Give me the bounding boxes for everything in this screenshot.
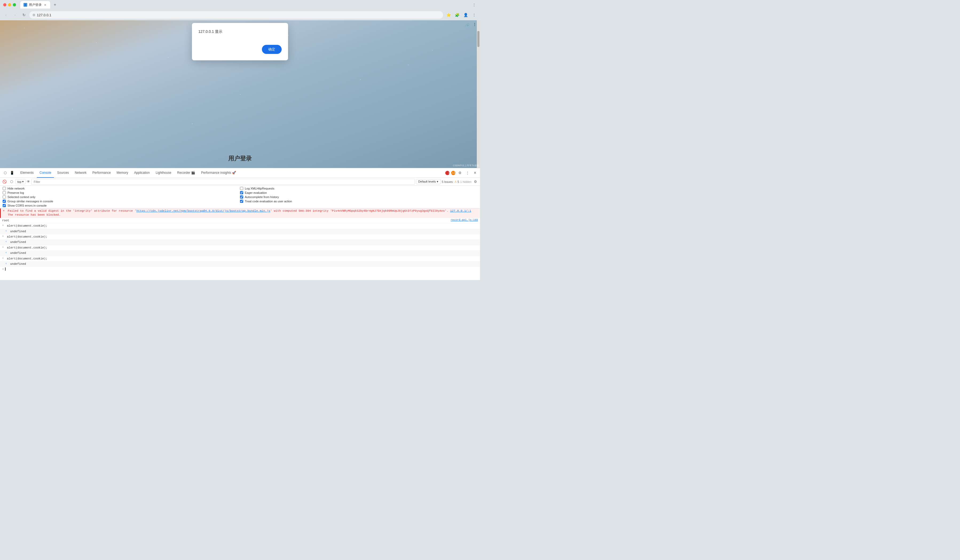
devtools-icons: ⬡ 📱 [2,170,15,176]
issues-count-label: 5 Issues: [442,180,454,183]
option-autocomplete: Autocomplete from history [240,195,477,198]
tab-memory[interactable]: Memory [114,168,131,178]
eager-eval-label: Eager evaluation [245,191,267,194]
levels-selector[interactable]: Default levels ▾ [416,179,441,184]
selected-context-checkbox[interactable] [3,195,6,198]
console-content[interactable]: ✕ Failed to find a valid digest in the '… [0,208,480,280]
option-selected-context: Selected context only [3,195,240,198]
log-xhr-label: Log XMLHttpRequests [245,187,274,190]
devtools-settings-icon[interactable]: ⚙ [457,170,463,176]
console-filter-icon[interactable]: ⬡ [8,179,14,185]
cors-errors-checkbox[interactable] [3,204,6,207]
console-error-origin-link[interactable]: 127.0.0.1/:1 [450,209,471,213]
tab-recorder[interactable]: Recorder 🎬 [174,168,198,178]
console-toolbar: 🚫 ⬡ top ▾ 👁 Default levels ▾ 5 Issues: ⚠… [0,178,480,186]
devtools-more-icon[interactable]: ⋮ [464,170,470,176]
hide-network-checkbox[interactable] [3,187,6,190]
alert-footer: 确定 [198,45,282,54]
option-group-similar: Group similar messages in console [3,200,240,203]
console-error-row: ✕ Failed to find a valid digest in the '… [0,208,480,218]
console-result-text-2: undefined [10,240,478,244]
console-input-row: › [0,267,480,271]
tab-performance-insights[interactable]: Performance insights 🚀 [198,168,238,178]
new-tab-button[interactable]: + [52,2,58,8]
issues-label[interactable]: 5 Issues: ⚠ 5 [442,180,459,183]
preserve-log-checkbox[interactable] [3,191,6,194]
autocomplete-label: Autocomplete from history [245,195,279,198]
console-command-text-4: alert(document.cookie); [7,257,478,261]
close-window-button[interactable] [3,3,6,6]
devtools-close-icon[interactable]: ✕ [472,170,478,176]
window-controls-right: ⋮ [472,2,477,8]
group-similar-checkbox[interactable] [3,200,6,203]
console-result-3: ‹ undefined [0,251,480,256]
console-result-text-1: undefined [10,230,478,234]
treat-code-label: Treat code evaluation as user action [245,200,292,203]
console-settings-icon[interactable]: ⚙ [472,179,478,185]
cors-errors-label: Show CORS errors in console [8,204,47,207]
maximize-window-button[interactable] [13,3,16,6]
extensions-icon[interactable]: 🧩 [453,11,461,19]
context-label: top [18,180,21,183]
options-col-left: Hide network Preserve log Selected conte… [3,187,240,207]
console-log-root: root record-api.js:169 [0,218,480,223]
issues-badge-count: 5 [458,180,459,183]
tab-sources[interactable]: Sources [54,168,72,178]
context-chevron: ▾ [22,180,24,183]
error-icon: ✕ [3,209,7,212]
preserve-log-label: Preserve log [8,191,24,194]
device-toolbar-icon[interactable]: 📱 [9,170,15,176]
alert-ok-button[interactable]: 确定 [262,45,282,54]
eager-eval-checkbox[interactable] [240,191,243,194]
tab-elements[interactable]: Elements [18,168,36,178]
log-xhr-checkbox[interactable] [240,187,243,190]
devtools-header-right: 🚫 1 ⚠ 5 ⚙ ⋮ ✕ [445,170,478,176]
autocomplete-checkbox[interactable] [240,195,243,198]
tab-network[interactable]: Network [72,168,89,178]
title-bar: 👤 用户登录 ✕ + ⋮ [0,0,480,10]
option-log-xhr: Log XMLHttpRequests [240,187,477,190]
eye-icon[interactable]: 👁 [27,180,30,184]
option-cors-errors: Show CORS errors in console [3,204,240,207]
console-command-2: › alert(document.cookie); [0,234,480,240]
context-selector[interactable]: top ▾ [16,179,26,184]
profile-icon[interactable]: 👤 [462,11,469,19]
console-command-4: › alert(document.cookie); [0,256,480,262]
inspect-element-icon[interactable]: ⬡ [2,170,8,176]
console-result-2: ‹ undefined [0,240,480,245]
active-tab[interactable]: 👤 用户登录 ✕ [20,1,50,8]
console-filter-input[interactable] [31,179,414,185]
console-error-link[interactable]: https://cdn.jsdelivr.net/npm/bootstrap@4… [136,209,270,213]
browser-menu-button[interactable]: ⋮ [470,11,478,19]
result-arrow-4: ‹ [5,262,9,265]
console-result-1: ‹ undefined [0,229,480,234]
alert-more-icon[interactable]: ⋮ [473,22,476,26]
console-command-text-2: alert(document.cookie); [7,235,478,239]
reload-button[interactable]: ↻ [20,11,28,19]
console-root-fileref[interactable]: record-api.js:169 [451,219,478,222]
treat-code-checkbox[interactable] [240,200,243,203]
webpage-area: 用户登录 127.0.0.1 显示 确定 ⋮ 🔗 CSDN中出上车车为读财 [0,20,480,168]
forward-button[interactable]: › [11,11,19,19]
tab-close-button[interactable]: ✕ [43,3,47,7]
option-eager-eval: Eager evaluation [240,191,477,194]
tab-lighthouse[interactable]: Lighthouse [153,168,174,178]
tab-console[interactable]: Console [37,168,54,178]
console-result-4: ‹ undefined [0,262,480,267]
option-hide-network: Hide network [3,187,240,190]
bookmarks-icon[interactable]: ⭐ [445,11,452,19]
console-clear-icon[interactable]: 🚫 [2,179,8,185]
address-bar[interactable]: ⊙ 127.0.0.1 [29,11,443,19]
tab-performance[interactable]: Performance [90,168,114,178]
console-cursor [5,267,6,270]
tab-application[interactable]: Application [131,168,152,178]
more-options-button[interactable]: ⋮ [472,2,477,8]
issues-warning-icon: ⚠ [454,180,457,183]
minimize-window-button[interactable] [8,3,11,6]
back-button[interactable]: ‹ [2,11,10,19]
alert-overlay: 127.0.0.1 显示 确定 ⋮ 🔗 [0,20,480,168]
console-root-text: root [2,219,451,222]
command-arrow-4: › [2,257,6,260]
option-preserve-log: Preserve log [3,191,240,194]
nav-extras: ⭐ 🧩 👤 ⋮ [445,11,478,19]
